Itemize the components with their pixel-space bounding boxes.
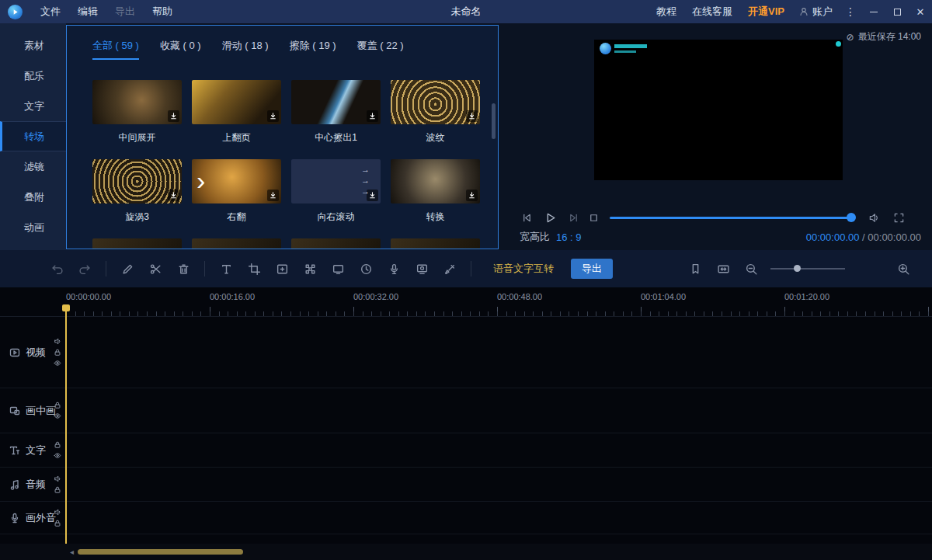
- speech-text-button[interactable]: 语音文字互转: [493, 262, 554, 276]
- transition-card[interactable]: 波纹: [391, 80, 480, 142]
- download-button[interactable]: [367, 190, 378, 201]
- menu-help[interactable]: 帮助: [144, 5, 181, 19]
- library-scrollbar-thumb[interactable]: [492, 103, 496, 139]
- track-audio[interactable]: 音频: [0, 468, 932, 502]
- sidebar-item-music[interactable]: 配乐: [0, 61, 66, 91]
- zoom-in-button[interactable]: [892, 257, 915, 280]
- play-button[interactable]: [540, 207, 560, 228]
- sidebar-item-filters[interactable]: 滤镜: [0, 151, 66, 182]
- mosaic-button[interactable]: [298, 257, 322, 280]
- download-button[interactable]: [466, 190, 478, 201]
- mute-toggle[interactable]: [53, 475, 61, 483]
- transition-card[interactable]: 中心擦出1: [291, 80, 381, 142]
- lock-toggle[interactable]: [53, 401, 61, 409]
- crop-button[interactable]: [242, 257, 266, 280]
- download-button[interactable]: [267, 190, 279, 201]
- menu-file[interactable]: 文件: [32, 5, 69, 19]
- add-text-button[interactable]: [214, 257, 238, 280]
- track-video[interactable]: 视频: [0, 317, 932, 388]
- aspect-ratio-value[interactable]: 16 : 9: [556, 231, 582, 243]
- edit-button[interactable]: [116, 257, 139, 280]
- transition-card[interactable]: 转换: [391, 159, 480, 221]
- download-button[interactable]: [168, 190, 179, 201]
- more-menu-button[interactable]: ⋮: [839, 0, 862, 23]
- delete-button[interactable]: [172, 257, 195, 280]
- transition-card[interactable]: [291, 238, 381, 249]
- maximize-button[interactable]: [885, 0, 909, 23]
- record-voice-button[interactable]: [382, 257, 405, 280]
- track-text[interactable]: 文字: [0, 433, 932, 468]
- scroll-left-arrow[interactable]: ◂: [70, 548, 74, 556]
- menu-edit[interactable]: 编辑: [69, 5, 106, 19]
- sidebar-item-text[interactable]: 文字: [0, 91, 66, 121]
- lock-toggle[interactable]: [53, 440, 61, 449]
- lock-toggle[interactable]: [53, 485, 61, 494]
- timeline-zoom-slider[interactable]: [770, 261, 845, 277]
- mute-toggle[interactable]: [53, 337, 61, 346]
- download-button[interactable]: [168, 110, 179, 122]
- sidebar-item-animation[interactable]: 动画: [0, 212, 66, 242]
- visibility-toggle[interactable]: [53, 359, 61, 367]
- split-button[interactable]: [144, 257, 167, 280]
- screen-style-button[interactable]: [326, 257, 350, 280]
- transition-card[interactable]: [92, 238, 182, 249]
- volume-button[interactable]: [864, 207, 884, 228]
- mute-toggle[interactable]: [53, 508, 61, 517]
- zoom-out-button[interactable]: [739, 257, 763, 280]
- tab-favorites[interactable]: 收藏 ( 0 ): [160, 39, 201, 60]
- transition-card[interactable]: 右翻: [192, 159, 281, 221]
- track-pip[interactable]: 画中画: [0, 388, 932, 433]
- transition-card[interactable]: 中间展开: [92, 80, 182, 142]
- sidebar-item-overlays[interactable]: 叠附: [0, 182, 66, 212]
- playhead-handle[interactable]: [62, 304, 70, 311]
- sidebar-item-transitions[interactable]: 转场: [0, 121, 66, 151]
- tab-wipe[interactable]: 擦除 ( 19 ): [290, 39, 336, 60]
- add-frame-button[interactable]: [270, 257, 294, 280]
- seek-slider[interactable]: [610, 207, 854, 228]
- stop-button[interactable]: [583, 207, 603, 228]
- support-link[interactable]: 在线客服: [684, 5, 740, 19]
- seek-knob[interactable]: [847, 213, 856, 222]
- tutorial-link[interactable]: 教程: [649, 5, 684, 19]
- visibility-toggle[interactable]: [53, 451, 61, 460]
- close-button[interactable]: ✕: [909, 0, 932, 23]
- redo-button[interactable]: [73, 257, 96, 280]
- track-voiceover[interactable]: 画外音: [0, 502, 932, 534]
- transition-card[interactable]: [391, 238, 480, 249]
- step-back-button[interactable]: [516, 207, 537, 228]
- undo-button[interactable]: [45, 257, 68, 280]
- marker-button[interactable]: [683, 257, 707, 280]
- download-button[interactable]: [367, 110, 378, 122]
- transition-card[interactable]: 上翻页: [192, 80, 281, 142]
- download-button[interactable]: [267, 110, 279, 122]
- download-button[interactable]: [466, 110, 478, 122]
- preview-stage[interactable]: [594, 40, 843, 180]
- tab-all[interactable]: 全部 ( 59 ): [92, 39, 139, 60]
- selection-handle[interactable]: [836, 41, 841, 47]
- hscrollbar-thumb[interactable]: [78, 549, 243, 555]
- fullscreen-button[interactable]: [889, 207, 909, 228]
- vip-link[interactable]: 开通VIP: [740, 5, 792, 19]
- sidebar-item-media[interactable]: 素材: [0, 30, 66, 61]
- library-scrollbar[interactable]: [492, 80, 496, 235]
- chroma-key-button[interactable]: [438, 257, 461, 280]
- visibility-toggle[interactable]: [53, 412, 61, 420]
- timeline-ruler[interactable]: 00:00:00.00 00:00:16.00 00:00:32.00 00:0…: [0, 292, 932, 303]
- account-button[interactable]: 账户: [792, 5, 839, 19]
- tab-slide[interactable]: 滑动 ( 18 ): [222, 39, 269, 60]
- minimize-button[interactable]: [862, 0, 885, 23]
- step-forward-button[interactable]: [563, 207, 583, 228]
- playhead[interactable]: [65, 304, 67, 544]
- tab-overlay[interactable]: 覆盖 ( 22 ): [357, 39, 404, 60]
- lock-toggle[interactable]: [53, 348, 61, 357]
- export-button[interactable]: 导出: [571, 259, 613, 279]
- menu-export[interactable]: 导出: [106, 5, 144, 19]
- fit-timeline-button[interactable]: [711, 257, 735, 280]
- lock-toggle[interactable]: [53, 519, 61, 527]
- transition-card[interactable]: [192, 238, 281, 249]
- zoom-slider-knob[interactable]: [794, 265, 801, 272]
- record-screen-button[interactable]: [410, 257, 433, 280]
- duration-button[interactable]: [354, 257, 377, 280]
- transition-card[interactable]: 向右滚动: [291, 159, 381, 221]
- transition-card[interactable]: 旋涡3: [92, 159, 182, 221]
